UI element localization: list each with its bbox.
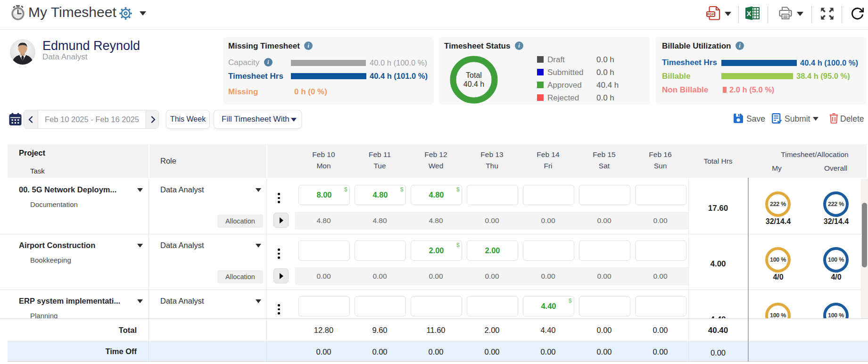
svg-text:Total: Total	[466, 71, 482, 79]
svg-text:X: X	[746, 9, 751, 17]
svg-text:PDF: PDF	[707, 12, 714, 17]
svg-text:40.4 h: 40.4 h	[463, 80, 484, 88]
